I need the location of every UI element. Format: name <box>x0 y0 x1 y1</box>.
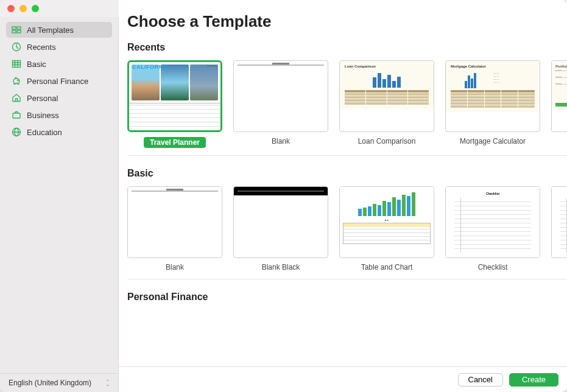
svg-rect-1 <box>17 27 21 29</box>
sidebar-item-all-templates[interactable]: All Templates <box>6 22 112 38</box>
cancel-button[interactable]: Cancel <box>458 373 503 387</box>
svg-rect-5 <box>13 61 21 68</box>
template-row: BlankBlank Black■ ■Table and ChartCheckl… <box>127 186 567 279</box>
svg-rect-2 <box>12 30 16 33</box>
page-title: Choose a Template <box>127 12 567 31</box>
thumb-title: CALIFORNIA <box>132 64 169 70</box>
section-title-personal-finance: Personal Finance <box>127 292 567 303</box>
template-thumbnail <box>127 186 222 258</box>
template-thumbnail: Loan Comparison <box>339 60 434 132</box>
sidebar-item-label: All Templates <box>27 26 74 35</box>
svg-rect-11 <box>13 113 20 118</box>
template-card-blank[interactable]: Blank <box>233 60 328 148</box>
section-title-basic: Basic <box>127 168 567 179</box>
sidebar-item-label: Business <box>27 111 59 120</box>
sidebar-item-personal-finance[interactable]: Personal Finance <box>6 73 112 89</box>
template-thumbnail: Portfolio——$482.00———— <box>551 60 567 132</box>
template-card-checklist[interactable]: ChecklistChecklist <box>551 186 567 271</box>
template-thumbnail: Checklist <box>551 186 567 258</box>
svg-point-10 <box>18 80 18 80</box>
template-card-mortgage-calculator[interactable]: Mortgage Calculator— —— —— —— —Mortgage … <box>445 60 540 148</box>
template-chooser-window: All TemplatesRecentsBasicPersonal Financ… <box>0 0 567 392</box>
template-label: Table and Chart <box>361 263 413 271</box>
zoom-window-button[interactable] <box>32 5 39 12</box>
template-card-blank-black[interactable]: Blank Black <box>233 186 328 271</box>
globe-icon <box>11 127 22 138</box>
template-label: Blank <box>166 263 184 271</box>
main-content: Choose a Template RecentsCALIFORNIAItine… <box>119 0 567 392</box>
titlebar <box>0 0 119 17</box>
template-card-table-and-chart[interactable]: ■ ■Table and Chart <box>339 186 434 271</box>
template-label: Checklist <box>478 263 508 271</box>
template-thumbnail: CALIFORNIAItinerary <box>127 60 222 132</box>
main-scroll[interactable]: Choose a Template RecentsCALIFORNIAItine… <box>119 0 567 366</box>
sidebar-item-label: Education <box>27 128 62 137</box>
briefcase-icon <box>11 110 22 121</box>
template-thumbnail: ■ ■ <box>339 186 434 258</box>
sidebar-item-education[interactable]: Education <box>6 124 112 140</box>
template-card-my-stocks[interactable]: Portfolio——$482.00————My Stocks <box>551 60 567 148</box>
template-label: Mortgage Calculator <box>460 137 526 145</box>
template-label: Loan Comparison <box>358 137 416 145</box>
sidebar-item-label: Recents <box>27 43 56 52</box>
thumb-title: Checklist <box>560 192 567 195</box>
language-selector[interactable]: English (United Kingdom) ⌃⌄ <box>0 373 118 392</box>
sidebar: All TemplatesRecentsBasicPersonal Financ… <box>0 0 119 392</box>
svg-rect-3 <box>17 30 21 33</box>
thumb-title: Mortgage Calculator <box>451 65 535 68</box>
template-card-checklist[interactable]: ChecklistChecklist <box>445 186 540 271</box>
template-thumbnail <box>233 60 328 132</box>
section-title-recents: Recents <box>127 42 567 53</box>
thumb-title: Loan Comparison <box>345 65 429 68</box>
piggy-icon <box>11 75 22 86</box>
close-window-button[interactable] <box>7 5 15 12</box>
sidebar-item-business[interactable]: Business <box>6 107 112 123</box>
sidebar-item-label: Basic <box>27 60 46 69</box>
template-card-blank[interactable]: Blank <box>127 186 222 271</box>
sidebar-item-label: Personal Finance <box>27 77 88 86</box>
create-button[interactable]: Create <box>509 373 558 387</box>
language-label: English (United Kingdom) <box>9 379 91 387</box>
home-icon <box>11 93 22 103</box>
template-card-travel-planner[interactable]: CALIFORNIAItineraryTravel Planner <box>127 60 222 148</box>
template-thumbnail: Checklist <box>445 186 540 258</box>
footer: Cancel Create <box>119 366 567 392</box>
sidebar-item-label: Personal <box>27 94 58 103</box>
thumb-title: Checklist <box>454 192 531 195</box>
minimize-window-button[interactable] <box>19 5 27 12</box>
sidebar-item-recents[interactable]: Recents <box>6 39 112 55</box>
templates-icon <box>11 24 22 35</box>
clock-icon <box>11 41 22 52</box>
grid-icon <box>11 58 22 69</box>
template-label: Travel Planner <box>144 137 206 148</box>
template-label: Blank <box>272 137 290 145</box>
template-thumbnail: Mortgage Calculator— —— —— —— — <box>445 60 540 132</box>
sidebar-item-basic[interactable]: Basic <box>6 56 112 72</box>
template-label: Blank Black <box>262 263 300 271</box>
thumb-corner: Itinerary <box>206 64 217 68</box>
template-card-loan-comparison[interactable]: Loan ComparisonLoan Comparison <box>339 60 434 148</box>
sidebar-list: All TemplatesRecentsBasicPersonal Financ… <box>0 22 118 373</box>
sidebar-item-personal[interactable]: Personal <box>6 90 112 106</box>
template-thumbnail <box>233 186 328 258</box>
svg-rect-0 <box>12 27 16 29</box>
template-row: CALIFORNIAItineraryTravel PlannerBlankLo… <box>127 60 567 156</box>
chevron-updown-icon: ⌃⌄ <box>106 380 110 386</box>
